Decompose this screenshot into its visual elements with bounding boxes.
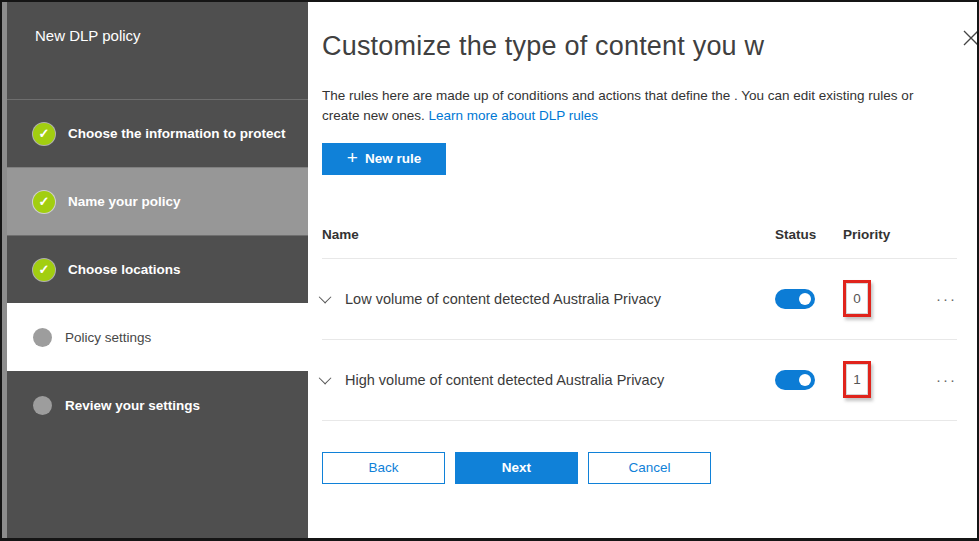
pending-dot-icon <box>33 328 52 347</box>
dlp-wizard-window: New DLP policy ✓ Choose the information … <box>0 0 979 541</box>
page-title: Customize the type of content you w <box>322 31 957 62</box>
new-rule-label: New rule <box>365 151 421 166</box>
sidebar-step-review-settings[interactable]: Review your settings <box>7 371 308 439</box>
toggle-knob <box>799 374 811 386</box>
rule-name: Low volume of content detected Australia… <box>345 291 661 307</box>
plus-icon: + <box>347 148 358 167</box>
column-header-name: Name <box>322 227 775 242</box>
column-header-priority: Priority <box>843 227 915 242</box>
rule-row-low-volume: Low volume of content detected Australia… <box>322 259 957 340</box>
description-body: The rules here are made up of conditions… <box>322 88 913 123</box>
chevron-down-icon[interactable] <box>319 291 332 304</box>
check-icon: ✓ <box>33 259 55 281</box>
step-label: Policy settings <box>65 330 151 345</box>
step-label: Choose the information to protect <box>68 126 286 141</box>
rule-row-high-volume: High volume of content detected Australi… <box>322 340 957 421</box>
more-options-icon[interactable]: ··· <box>936 371 957 388</box>
table-header-row: Name Status Priority <box>322 211 957 259</box>
status-toggle[interactable] <box>775 370 815 390</box>
check-icon: ✓ <box>33 191 55 213</box>
pending-dot-icon <box>33 396 52 415</box>
back-button[interactable]: Back <box>322 452 445 484</box>
main-panel: Customize the type of content you w The … <box>308 2 977 538</box>
step-label: Choose locations <box>68 262 181 277</box>
next-button[interactable]: Next <box>455 452 578 484</box>
priority-value: 1 <box>846 364 868 395</box>
priority-annotation-box: 1 <box>843 361 871 398</box>
sidebar-step-choose-information[interactable]: ✓ Choose the information to protect <box>7 99 308 167</box>
new-rule-button[interactable]: + New rule <box>322 143 446 175</box>
priority-annotation-box: 0 <box>843 280 871 317</box>
wizard-title: New DLP policy <box>7 2 308 99</box>
toggle-knob <box>799 293 811 305</box>
priority-value: 0 <box>846 283 868 314</box>
close-icon[interactable] <box>958 26 979 52</box>
rule-name: High volume of content detected Australi… <box>345 372 664 388</box>
sidebar-step-name-policy[interactable]: ✓ Name your policy <box>7 167 308 235</box>
step-label: Name your policy <box>68 194 181 209</box>
rules-table: Name Status Priority Low volume of conte… <box>322 211 957 421</box>
sidebar-step-choose-locations[interactable]: ✓ Choose locations <box>7 235 308 303</box>
column-header-status: Status <box>775 227 843 242</box>
description-text: The rules here are made up of conditions… <box>322 86 952 127</box>
sidebar-step-policy-settings[interactable]: Policy settings <box>7 303 308 371</box>
wizard-steps-sidebar: New DLP policy ✓ Choose the information … <box>7 2 308 538</box>
check-icon: ✓ <box>33 123 55 145</box>
learn-more-link[interactable]: Learn more about DLP rules <box>429 108 598 123</box>
step-label: Review your settings <box>65 398 200 413</box>
chevron-down-icon[interactable] <box>319 372 332 385</box>
status-toggle[interactable] <box>775 289 815 309</box>
more-options-icon[interactable]: ··· <box>936 290 957 307</box>
wizard-footer: Back Next Cancel <box>322 452 957 484</box>
cancel-button[interactable]: Cancel <box>588 452 711 484</box>
